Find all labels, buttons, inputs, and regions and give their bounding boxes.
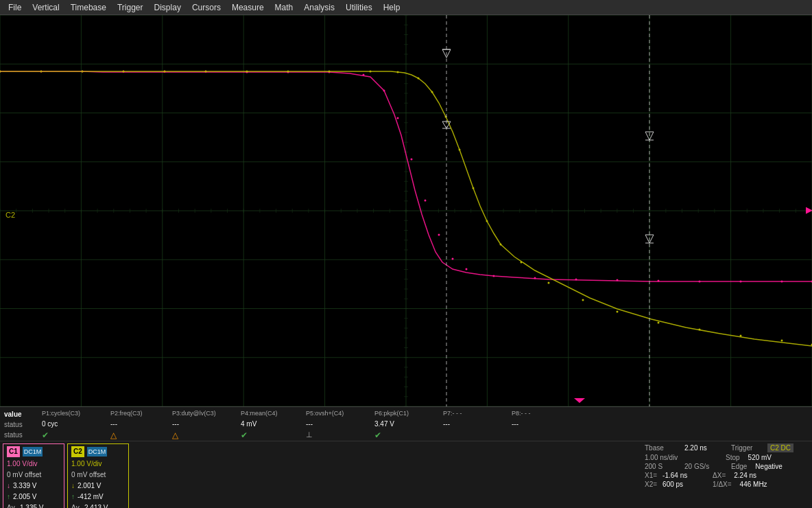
tbase-label: Tbase — [645, 444, 679, 452]
measure-p3: P3:duty@lv(C3) --- △ — [172, 409, 241, 441]
p1-header: P1:cycles(C3) — [42, 409, 110, 419]
p4-header: P4:mean(C4) — [241, 409, 306, 419]
c1-delta-label: Δy — [7, 503, 15, 508]
c2-label: C2 — [71, 446, 84, 457]
samples-row: 200 S 20 GS/s Edge Negative — [645, 463, 809, 470]
tbase-value: 2.20 ns — [684, 444, 726, 452]
measure-p5: P5:ovsh+(C4) --- ⊥ — [306, 409, 374, 440]
menu-timebase[interactable]: Timebase — [65, 1, 112, 14]
x2-label: X2= — [645, 481, 657, 488]
measure-bar: value status status P1:cycles(C3) 0 cyc … — [0, 406, 812, 441]
p5-value: --- — [306, 419, 374, 429]
measure-p2: P2:freq(C3) --- △ — [110, 409, 172, 441]
p3-value: --- — [172, 419, 241, 429]
menu-utilities[interactable]: Utilities — [340, 1, 378, 14]
p3-status: △ — [172, 429, 241, 441]
menu-help[interactable]: Help — [378, 1, 406, 14]
grid-canvas — [0, 15, 812, 406]
trigger-value: C2 DC — [767, 443, 793, 452]
p1-status: ✔ — [42, 429, 110, 441]
measure-label-col: value status status — [4, 409, 42, 440]
c2-badge: DC1M — [87, 447, 108, 457]
c2-arrow2: ↑ — [71, 492, 75, 503]
edge-value: Negative — [755, 463, 782, 470]
p8-value: --- — [512, 419, 580, 429]
c2-delta: -2.413 V — [82, 503, 108, 508]
p5-status: ⊥ — [306, 429, 374, 441]
div-row: 1.00 ns/div Stop 520 mV — [645, 454, 809, 461]
menu-file[interactable]: File — [3, 1, 27, 14]
div-label: 1.00 ns/div — [645, 454, 720, 461]
channel-info-bar: C1 DC1M 1.00 V/div 0 mV offset ↓ 3.339 V… — [0, 441, 812, 508]
p3-header: P3:duty@lv(C3) — [172, 409, 241, 419]
dx-label: ΔX= — [713, 472, 726, 479]
p7-header: P7:- - - — [443, 409, 512, 419]
c2-arrow1: ↓ — [71, 481, 75, 492]
right-info-panel: Tbase 2.20 ns Trigger C2 DC 1.00 ns/div … — [645, 443, 809, 488]
c1-delta: -1.335 V — [18, 503, 44, 508]
x2-row: X2= 600 ps 1/ΔX= 446 MHz — [645, 481, 809, 488]
c1-offset: 0 mV offset — [7, 470, 60, 481]
c1-arrow2: ↑ — [7, 492, 10, 503]
p6-value: 3.47 V — [374, 419, 443, 429]
x2-value: 600 ps — [662, 481, 707, 488]
dx-value: 2.24 ns — [734, 472, 756, 479]
p2-status: △ — [110, 429, 172, 441]
p1-value: 0 cyc — [42, 419, 110, 429]
c1-val2: 2.005 V — [13, 492, 36, 503]
x1-value: -1.64 ns — [662, 472, 707, 479]
edge-label: Edge — [731, 463, 747, 470]
x1-row: X1= -1.64 ns ΔX= 2.24 ns — [645, 472, 809, 479]
measure-p8: P8:- - - --- — [512, 409, 580, 429]
c1-label: C1 — [7, 446, 20, 457]
x1-label: X1= — [645, 472, 657, 479]
rate-label: 20 GS/s — [684, 463, 726, 470]
p4-value: 4 mV — [241, 419, 306, 429]
oscilloscope-screen: C2 ▶ — [0, 15, 812, 406]
p6-status: ✔ — [374, 429, 443, 441]
p2-header: P2:freq(C3) — [110, 409, 172, 419]
menu-math[interactable]: Math — [270, 1, 299, 14]
inv-dx-label: 1/ΔX= — [713, 481, 732, 488]
p4-status: ✔ — [241, 429, 306, 441]
measure-p4: P4:mean(C4) 4 mV ✔ — [241, 409, 306, 441]
menu-vertical[interactable]: Vertical — [27, 1, 64, 14]
p7-value: --- — [443, 419, 512, 429]
measure-p7: P7:- - - --- — [443, 409, 512, 429]
c2-val2: -412 mV — [77, 492, 104, 503]
menu-measure[interactable]: Measure — [226, 1, 270, 14]
measure-status-label: status — [4, 430, 42, 440]
p2-value: --- — [110, 419, 172, 429]
menu-display[interactable]: Display — [149, 1, 187, 14]
measure-p1: P1:cycles(C3) 0 cyc ✔ — [42, 409, 110, 441]
p5-header: P5:ovsh+(C4) — [306, 409, 374, 419]
c1-badge: DC1M — [23, 447, 43, 457]
channel-c2-box: C2 DC1M 1.00 V/div 0 mV offset ↓ 2.001 V… — [67, 443, 129, 508]
c1-arrow1: ↓ — [7, 481, 10, 492]
menu-analysis[interactable]: Analysis — [298, 1, 340, 14]
c1-val1: 3.339 V — [13, 481, 36, 492]
c2-val1: 2.001 V — [77, 481, 101, 492]
measure-p6: P6:pkpk(C1) 3.47 V ✔ — [374, 409, 443, 441]
c1-volts-div: 1.00 V/div — [7, 459, 60, 470]
measure-header: value — [4, 409, 42, 419]
samples-label: 200 S — [645, 463, 679, 470]
c2-delta-label: Δy — [71, 503, 80, 508]
trigger-label: Trigger — [731, 444, 762, 452]
menu-cursors[interactable]: Cursors — [187, 1, 226, 14]
menu-trigger[interactable]: Trigger — [112, 1, 149, 14]
stop-value: 520 mV — [748, 454, 772, 461]
measure-value-label: status — [4, 419, 42, 430]
c2-volts-div: 1.00 V/div — [71, 459, 125, 470]
p6-header: P6:pkpk(C1) — [374, 409, 443, 419]
inv-dx-value: 446 MHz — [740, 481, 767, 488]
p8-header: P8:- - - — [512, 409, 580, 419]
stop-label: Stop — [726, 454, 740, 461]
tbase-row: Tbase 2.20 ns Trigger C2 DC — [645, 443, 809, 452]
c2-offset: 0 mV offset — [71, 470, 125, 481]
menu-bar: File Vertical Timebase Trigger Display C… — [0, 0, 812, 15]
channel-c1-box: C1 DC1M 1.00 V/div 0 mV offset ↓ 3.339 V… — [3, 443, 64, 508]
